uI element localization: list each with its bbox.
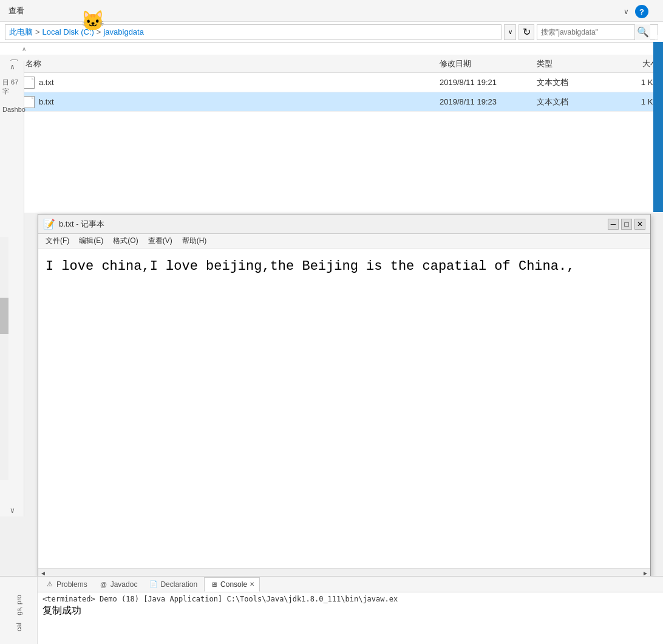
maximize-button[interactable]: □ — [621, 219, 632, 230]
col-name-header[interactable]: 名称 — [23, 58, 440, 69]
notepad-text: I love china,I love beijing,the Beijing … — [46, 256, 643, 277]
sidebar-item-2: Dashbo — [0, 101, 24, 118]
filesize-a: 1 KB — [610, 78, 658, 87]
eclipse-tabs: ⚠ Problems @ Javadoc 📄 Declaration 🖥 Con… — [38, 577, 663, 592]
help-menu[interactable]: 帮助(H) — [177, 235, 212, 247]
mascot: 🐱 — [53, 0, 132, 41]
edit-menu[interactable]: 编辑(E) — [74, 235, 108, 247]
file-row[interactable]: a.txt 2019/8/11 19:21 文本文档 1 KB — [0, 73, 663, 92]
col-size-header[interactable]: 大小 — [610, 58, 658, 69]
tab-console-label: Console — [220, 580, 247, 589]
window-dropdown[interactable]: ∨ — [619, 5, 633, 18]
side-strip-text2: 屏 — [654, 45, 662, 46]
left-scrollbar[interactable] — [0, 237, 8, 480]
console-icon: 🖥 — [209, 580, 218, 589]
file-explorer: 查看 🐱 ∨ ? 此电脑 > Local Disk (C:) > javabig… — [0, 0, 663, 213]
notepad-icon: 📝 — [43, 218, 55, 230]
view-menu-notepad[interactable]: 查看(V) — [143, 235, 177, 247]
file-menu[interactable]: 文件(F) — [41, 235, 74, 247]
explorer-topbar: 查看 🐱 ∨ ? — [0, 0, 663, 22]
path-computer[interactable]: 此电脑 — [9, 27, 33, 38]
scroll-thumb[interactable] — [0, 298, 8, 334]
notepad-menu: 文件(F) 编辑(E) 格式(O) 查看(V) 帮助(H) — [38, 234, 650, 248]
notepad-titlebar: 📝 b.txt - 记事本 ─ □ ✕ — [38, 214, 650, 234]
close-button[interactable]: ✕ — [634, 219, 645, 230]
filesize-b: 1 KB — [610, 97, 658, 106]
sort-up-arrow[interactable]: ∧ — [22, 46, 26, 52]
notepad-window: 📝 b.txt - 记事本 ─ □ ✕ 文件(F) 编辑(E) 格式(O) 查看… — [38, 214, 651, 578]
tab-console[interactable]: 🖥 Console ✕ — [204, 577, 260, 592]
txt-icon — [24, 77, 35, 89]
tab-declaration-label: Declaration — [160, 580, 197, 589]
help-button[interactable]: ? — [635, 5, 648, 18]
tab-javadoc[interactable]: @ Javadoc — [94, 577, 143, 592]
sidebar-up-arrow[interactable]: ∧ — [0, 61, 24, 73]
tab-problems-label: Problems — [56, 580, 87, 589]
eclipse-bottom-panel: gs, pro cal ⚠ Problems @ Javadoc 📄 Decla… — [0, 576, 663, 644]
address-refresh[interactable]: ↻ — [518, 24, 534, 40]
notepad-title: b.txt - 记事本 — [59, 219, 608, 230]
console-content: <terminated> Demo (18) [Java Application… — [38, 592, 663, 644]
search-button[interactable]: 🔍 — [634, 24, 650, 40]
address-dropdown[interactable]: ∨ — [504, 24, 516, 40]
search-box: 🔍 — [537, 24, 658, 40]
filename-a[interactable]: a.txt — [39, 78, 440, 87]
filetype-a: 文本文档 — [537, 77, 610, 88]
console-close-icon[interactable]: ✕ — [250, 581, 254, 587]
view-menu[interactable]: 查看 — [5, 4, 28, 18]
col-type-header[interactable]: 类型 — [537, 58, 610, 69]
tab-problems[interactable]: ⚠ Problems — [40, 577, 93, 592]
filedate-b: 2019/8/11 19:23 — [440, 97, 537, 106]
sidebar-item-1: 目 67 字 — [0, 73, 24, 101]
file-row-selected[interactable]: b.txt 2019/8/11 19:23 文本文档 1 KB — [0, 92, 663, 112]
format-menu[interactable]: 格式(O) — [108, 235, 143, 247]
declaration-icon: 📄 — [149, 580, 158, 589]
eclipse-left-text-1: gs, pro — [15, 595, 22, 615]
filedate-a: 2019/8/11 19:21 — [440, 78, 537, 87]
problems-icon: ⚠ — [46, 580, 54, 589]
sidebar-down-arrow[interactable]: ∨ — [0, 504, 24, 516]
minimize-button[interactable]: ─ — [608, 219, 619, 230]
console-output: 复制成功 — [42, 605, 658, 617]
col-date-header[interactable]: 修改日期 — [440, 58, 537, 69]
filename-b[interactable]: b.txt — [39, 97, 440, 106]
tab-declaration[interactable]: 📄 Declaration — [144, 577, 203, 592]
file-list-header: 名称 修改日期 类型 大小 — [0, 55, 663, 73]
console-terminated-text: <terminated> Demo (18) [Java Application… — [42, 595, 658, 603]
notepad-content[interactable]: I love china,I love beijing,the Beijing … — [38, 248, 650, 568]
tab-javadoc-label: Javadoc — [110, 580, 138, 589]
javadoc-icon: @ — [100, 580, 108, 589]
eclipse-left-text-2: cal — [15, 623, 22, 631]
file-icon-a — [23, 77, 35, 89]
eclipse-left-strip: gs, pro cal — [0, 577, 38, 644]
filetype-b: 文本文档 — [537, 97, 610, 108]
blue-side-strip: 刷 屏 — [653, 42, 663, 212]
search-input[interactable] — [537, 28, 634, 36]
